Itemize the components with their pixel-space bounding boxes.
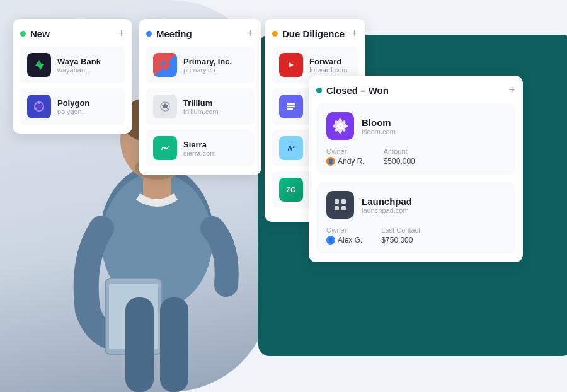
bloom-url: bloom.com [362, 128, 505, 135]
polygon-info: Polygon polygon. [57, 98, 118, 115]
bloom-amount-item: Amount $500,000 [384, 147, 415, 166]
a3-logo: A³ [279, 136, 303, 160]
primary-name: Primary, Inc. [183, 57, 247, 66]
deal-card-polygon[interactable]: Polygon polygon. [20, 88, 125, 125]
forward-url: forward.com [309, 66, 351, 74]
sierra-logo [153, 136, 177, 160]
column-title-new: New [30, 28, 50, 39]
forward-info: Forward forward.com [309, 57, 351, 74]
trillium-info: Trillium trillium.com [183, 98, 247, 115]
svg-point-18 [34, 107, 37, 110]
svg-point-16 [38, 101, 40, 104]
add-deal-closed-button[interactable]: + [508, 84, 515, 96]
column-header-closed: Closed – Won + [316, 84, 515, 96]
launchpad-card-top: Launchpad launchpad.com [326, 191, 505, 219]
column-header-meeting: Meeting + [146, 28, 254, 39]
owner-avatar-bloom: 👤 [326, 157, 335, 166]
status-dot-due [272, 31, 278, 37]
bloom-amount-label: Amount [384, 147, 415, 155]
deal-card-primary[interactable]: Primary, Inc. primary.co [146, 47, 254, 83]
waya-name: Waya Bank [57, 57, 118, 66]
column-header-due: Due Diligence + [272, 28, 358, 39]
sierra-name: Sierra [183, 140, 247, 149]
launchpad-info: Launchpad launchpad.com [362, 196, 505, 214]
sierra-url: sierra.com [183, 149, 247, 157]
bloom-card-top: Bloom bloom.com [326, 112, 505, 140]
primary-url: primary.co [183, 66, 247, 74]
launchpad-owner-item: Owner 👤 Alex G. [326, 226, 362, 245]
cards-wrapper: New + Waya Bank wayaban... [0, 0, 567, 392]
launchpad-url: launchpad.com [362, 207, 505, 214]
svg-point-15 [37, 104, 42, 109]
column-title-closed: Closed – Won [326, 85, 389, 96]
waya-info: Waya Bank wayaban... [57, 57, 118, 74]
deal-card-bloom[interactable]: Bloom bloom.com Owner 👤 Andy R. Amount [316, 103, 515, 175]
bloom-name: Bloom [362, 117, 505, 128]
svg-point-17 [42, 107, 44, 110]
launchpad-logo [326, 191, 354, 219]
deal-card-waya[interactable]: Waya Bank wayaban... [20, 47, 125, 83]
column-title-meeting: Meeting [156, 28, 192, 39]
accel-logo [279, 95, 303, 118]
bloom-logo [326, 112, 354, 140]
status-dot-closed [316, 88, 322, 93]
zg-logo: ZG [279, 178, 303, 202]
bloom-owner-value: 👤 Andy R. [326, 157, 365, 166]
deal-card-launchpad[interactable]: Launchpad launchpad.com Owner 👤 Alex G. … [316, 182, 515, 253]
pipeline-column-new: New + Waya Bank wayaban... [13, 19, 132, 134]
deal-card-trillium[interactable]: Trillium trillium.com [146, 88, 254, 125]
bloom-amount-value: $500,000 [384, 157, 415, 166]
waya-url: wayaban... [57, 66, 118, 74]
bloom-info: Bloom bloom.com [362, 117, 505, 135]
primary-logo [153, 53, 177, 77]
trillium-name: Trillium [183, 98, 247, 108]
launchpad-amount-label: Last Contact [381, 226, 420, 234]
status-dot-new [20, 31, 26, 37]
launchpad-amount-item: Last Contact $750,000 [381, 226, 420, 245]
scene: New + Waya Bank wayaban... [0, 0, 567, 392]
owner-avatar-launchpad: 👤 [326, 236, 335, 245]
bloom-owner-label: Owner [326, 147, 365, 155]
primary-info: Primary, Inc. primary.co [183, 57, 247, 74]
launchpad-name: Launchpad [362, 196, 505, 207]
svg-marker-12 [35, 60, 44, 70]
bloom-meta: Owner 👤 Andy R. Amount $500,000 [326, 147, 505, 166]
svg-rect-37 [341, 206, 346, 210]
pipeline-column-closed-won: Closed – Won + [309, 76, 523, 262]
column-title-due: Due Diligence [282, 28, 345, 39]
svg-rect-34 [335, 199, 339, 204]
add-deal-due-button[interactable]: + [351, 28, 358, 39]
add-deal-meeting-button[interactable]: + [247, 28, 254, 39]
column-header-new: New + [20, 28, 125, 39]
polygon-name: Polygon [57, 98, 118, 108]
status-dot-meeting [146, 31, 152, 37]
pipeline-column-meeting: Meeting + Primary, Inc. primary.co [139, 19, 261, 175]
launchpad-amount-value: $750,000 [381, 236, 420, 245]
forward-name: Forward [309, 57, 351, 66]
sierra-info: Sierra sierra.com [183, 140, 247, 157]
polygon-url: polygon. [57, 108, 118, 115]
deal-card-sierra[interactable]: Sierra sierra.com [146, 130, 254, 166]
svg-rect-35 [341, 199, 346, 204]
bloom-owner-item: Owner 👤 Andy R. [326, 147, 365, 166]
polygon-logo [27, 95, 51, 118]
forward-logo [279, 53, 303, 77]
waya-logo [27, 53, 51, 77]
svg-rect-36 [335, 206, 339, 210]
launchpad-meta: Owner 👤 Alex G. Last Contact $750,000 [326, 226, 505, 245]
launchpad-owner-value: 👤 Alex G. [326, 236, 362, 245]
launchpad-owner-label: Owner [326, 226, 362, 234]
trillium-logo [153, 95, 177, 118]
add-deal-new-button[interactable]: + [118, 28, 125, 39]
trillium-url: trillium.com [183, 108, 247, 115]
